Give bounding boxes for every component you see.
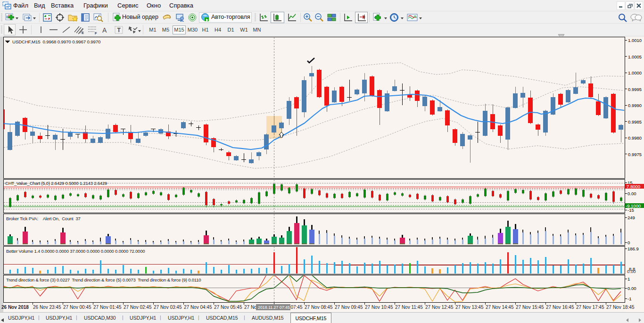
- svg-text:0.9985: 0.9985: [628, 119, 642, 124]
- svg-text:27 Nov 17:45: 27 Nov 17:45: [576, 305, 604, 310]
- svg-text:E: E: [82, 31, 84, 35]
- svg-text:26 Nov 2018: 26 Nov 2018: [1, 305, 29, 310]
- svg-text:27 Nov 00:45: 27 Nov 00:45: [63, 305, 91, 310]
- svg-text:0.00: 0.00: [627, 286, 636, 291]
- svg-text:-9.1000: -9.1000: [626, 203, 641, 208]
- svg-text:F: F: [95, 31, 97, 35]
- svg-text:27 Nov 02:45: 27 Nov 02:45: [124, 305, 152, 310]
- svg-text:249: 249: [627, 215, 635, 220]
- svg-text:7.8000: 7.8000: [627, 184, 640, 189]
- svg-text:0.9980: 0.9980: [628, 135, 642, 141]
- svg-text:Better Volume 1.4 0.0000 0.000: Better Volume 1.4 0.0000 0.0000 37.0000 …: [6, 248, 145, 254]
- svg-text:27 Nov 16:45: 27 Nov 16:45: [546, 305, 574, 310]
- svg-text:A: A: [102, 26, 107, 34]
- svg-text:26 Nov 23:45: 26 Nov 23:45: [33, 305, 61, 310]
- svg-text:27 Nov 11:45: 27 Nov 11:45: [395, 305, 423, 310]
- svg-text:0: 0: [627, 240, 630, 245]
- svg-text:0.00: 0.00: [627, 269, 636, 274]
- svg-text:CHT_Value_Chart (5,0) 2.6429 0: CHT_Value_Chart (5,0) 2.6429 0.5000 1.21…: [5, 181, 107, 186]
- svg-text:1: 1: [627, 276, 630, 282]
- svg-text:-15: -15: [627, 207, 634, 213]
- svg-text:27 Nov 14:45: 27 Nov 14:45: [486, 305, 514, 310]
- svg-text:Broker Tick PVA: Alert On,: Broker Tick PVA: Alert On, Count 37: [6, 216, 81, 221]
- svg-text:0.9990: 0.9990: [628, 103, 642, 108]
- svg-text:27 Nov 13:45: 27 Nov 13:45: [455, 305, 484, 310]
- svg-text:Trend direction & force (3) 0.: Trend direction & force (3) 0.0227 Trend…: [6, 277, 201, 282]
- svg-text:27 Nov 08:45: 27 Nov 08:45: [305, 305, 333, 310]
- svg-text:1.0000: 1.0000: [628, 70, 642, 75]
- svg-text:27 Nov 04:45: 27 Nov 04:45: [184, 305, 212, 310]
- svg-text:27 Nov 10:45: 27 Nov 10:45: [365, 305, 393, 310]
- svg-text:1.0005: 1.0005: [628, 54, 642, 59]
- svg-text:27 Nov 12:45: 27 Nov 12:45: [425, 305, 454, 310]
- svg-text:0.00: 0.00: [627, 191, 636, 196]
- svg-text:27 Nov 09:45: 27 Nov 09:45: [335, 305, 363, 310]
- svg-text:-1: -1: [627, 296, 631, 301]
- svg-text:27 Nov 01:45: 27 Nov 01:45: [93, 305, 122, 310]
- svg-text:0.9995: 0.9995: [628, 87, 642, 92]
- svg-text:T: T: [117, 27, 121, 33]
- svg-text:27 Nov 03:45: 27 Nov 03:45: [154, 305, 182, 310]
- svg-text:27 Nov 15:45: 27 Nov 15:45: [516, 305, 544, 310]
- svg-text:2018.11.27 07:45: 2018.11.27 07:45: [258, 305, 290, 310]
- svg-text:186.9: 186.9: [627, 246, 639, 251]
- svg-text:USDCHF,M15 0.9968 0.9970 0.99: USDCHF,M15 0.9968 0.9970 0.9967 0.9970: [12, 39, 101, 44]
- svg-text:27 Nov 18:45: 27 Nov 18:45: [606, 305, 635, 310]
- svg-text:0.9975: 0.9975: [628, 152, 642, 157]
- svg-text:1.0010: 1.0010: [628, 38, 642, 43]
- svg-text:27 Nov 05:45: 27 Nov 05:45: [214, 305, 242, 310]
